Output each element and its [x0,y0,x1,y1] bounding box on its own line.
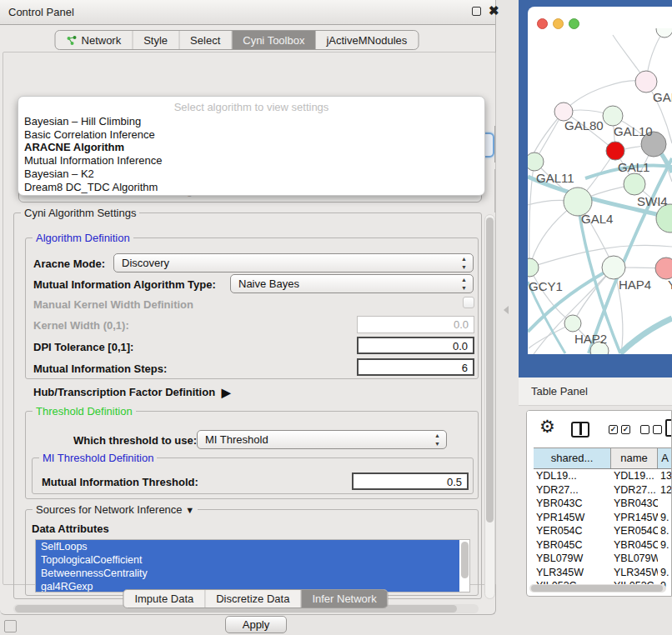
which-threshold-combo[interactable]: MI Threshold ▲▼ [197,430,447,449]
tab-select[interactable]: Select [179,31,232,49]
table-cell: YLR345W [611,566,658,580]
vertical-scrollbar-thumb[interactable] [486,218,494,522]
tab-style[interactable]: Style [133,31,179,49]
data-attributes-list[interactable]: SelfLoopsTopologicalCoefficientBetweenne… [35,539,470,592]
manual-kernel-label: Manual Kernel Width Definition [33,298,193,311]
table-row[interactable]: YER054CYER054C8. [534,524,672,538]
table-horizontal-scrollbar[interactable] [529,584,666,592]
network-edge-highlighted[interactable] [620,318,672,353]
close-window-icon[interactable]: ✖ [489,5,499,16]
table-row[interactable]: YBR045CYBR045C9. [534,538,672,552]
network-node[interactable] [528,152,544,171]
mi-threshold-field[interactable]: 0.5 [352,472,469,490]
window-title: Control Panel [8,6,74,18]
menu-item[interactable]: ARACNE Algorithm [18,141,484,154]
table-cell: YBL079W [534,552,611,566]
mi-steps-field[interactable]: 6 [357,358,474,376]
vertical-scrollbar[interactable] [484,214,495,599]
minimized-panel-icon[interactable] [4,620,17,632]
column-header-shared...[interactable]: shared... [534,448,611,468]
network-canvas[interactable]: GALGAL80GAL10GAL1GAL11SWI4GAL4GCY1HAP4YH… [528,28,672,354]
menu-item[interactable]: Mutual Information Inference [18,154,484,168]
table-cell: YDL19... [611,469,658,483]
network-node[interactable] [655,258,672,279]
table-cell: YBR043C [611,497,658,511]
tab-label: Cyni Toolbox [243,34,304,47]
tab-discretize-data[interactable]: Discretize Data [205,590,301,608]
table-cell: 8. [658,524,672,538]
columns-icon[interactable] [571,422,589,438]
kernel-width-field[interactable]: 0.0 [357,316,474,333]
network-window[interactable]: GALGAL80GAL10GAL1GAL11SWI4GAL4GCY1HAP4YH… [528,7,672,354]
table-row[interactable]: YLR345WYLR345W9. [534,566,672,580]
network-node[interactable] [606,142,624,160]
tab-infer-network[interactable]: Infer Network [301,590,387,608]
panel-splitter-handle-icon[interactable] [504,306,509,314]
column-header-A[interactable]: A [658,448,672,468]
table-horizontal-scrollbar-thumb[interactable] [531,585,663,592]
node-label: SWI4 [637,194,668,208]
tab-jactivemnodules[interactable]: jActiveMNodules [315,31,418,49]
network-node[interactable] [564,315,581,332]
attribute-list-item[interactable]: BetweennessCentrality [36,567,459,580]
table-row[interactable]: YBL079WYBL079W [534,552,672,566]
tab-network[interactable]: Network [56,31,133,49]
menu-item[interactable]: Bayesian – K2 [18,168,484,181]
cyni-toolbox-content: gal-filtered sif default node Cyni Algor… [3,52,496,585]
column-header-name[interactable]: name [611,448,658,468]
table-row[interactable]: YBR043CYBR043C [534,497,672,511]
table-cell: 9. [658,511,672,525]
table-cell: YBR045C [534,538,611,552]
node-label: GAL11 [536,171,574,185]
node-table[interactable]: shared...nameA YDL19...YDL19...13YDR27..… [534,448,672,597]
attribute-list-item[interactable]: TopologicalCoefficient [36,553,459,567]
network-edge[interactable] [564,81,646,112]
select-all-icon[interactable]: ✓✓ [609,425,630,434]
deselect-all-icon[interactable] [640,425,662,434]
table-row[interactable]: YDL19...YDL19...13 [534,469,672,483]
node-label: GAL4 [581,212,613,226]
float-window-icon[interactable] [472,7,481,16]
network-node[interactable] [602,256,625,279]
table-cell: YDR27... [534,483,611,498]
apply-button[interactable]: Apply [225,616,287,633]
tab-label: Select [190,34,220,47]
network-node[interactable] [624,173,645,195]
network-node[interactable] [528,258,539,277]
menu-item[interactable]: Dream8 DC_TDC Algorithm [18,181,484,194]
tab-cyni-toolbox[interactable]: Cyni Toolbox [232,31,315,49]
network-node[interactable] [656,204,672,232]
dpi-tolerance-field[interactable]: 0.0 [357,337,474,354]
network-node[interactable] [603,106,623,126]
list-scrollbar-thumb[interactable] [461,542,469,578]
spinner-arrows-icon: ▲▼ [461,255,467,272]
table-row[interactable]: YPR145WYPR145W9. [534,511,672,525]
menu-item[interactable]: Bayesian – Hill Climbing [18,115,484,128]
tab-impute-data[interactable]: Impute Data [123,590,205,608]
dpi-tolerance-label: DPI Tolerance [0,1]: [33,341,133,353]
network-node[interactable] [656,28,672,38]
gear-icon[interactable]: ⚙ [539,417,555,437]
mi-type-combo[interactable]: Naive Bayes ▲▼ [230,274,474,293]
menu-item[interactable]: Basic Correlation Inference [18,128,484,142]
spinner-arrows-icon: ▲▼ [434,432,440,448]
sources-group-title[interactable]: Sources for Network Inference ▼ [33,503,198,516]
node-label: HAP4 [619,278,651,292]
aracne-mode-combo[interactable]: Discovery ▲▼ [113,253,474,272]
attribute-list-item[interactable]: SelfLoops [36,540,459,553]
network-edge[interactable] [529,245,672,268]
node-label: GAL80 [564,118,604,132]
new-table-icon[interactable] [665,419,672,437]
hub-definition-toggle[interactable]: Hub/Transcription Factor Definition ▶ [33,385,228,398]
manual-kernel-checkbox[interactable] [463,297,474,308]
tab-label: Network [82,34,122,47]
table-cell: 12 [658,483,672,498]
table-cell: YBL079W [611,552,658,566]
table-toolbar: ⚙ ✓✓ [527,411,671,448]
data-attributes-label: Data Attributes [32,522,109,535]
attribute-rows: SelfLoopsTopologicalCoefficientBetweenne… [36,540,459,592]
spinner-arrows-icon: ▲▼ [461,276,467,292]
group-title: Threshold Definition [33,405,136,418]
dropdown-items: Bayesian – Hill ClimbingBasic Correlatio… [18,115,484,193]
table-row[interactable]: YDR27...YDR27...12 [534,483,672,498]
